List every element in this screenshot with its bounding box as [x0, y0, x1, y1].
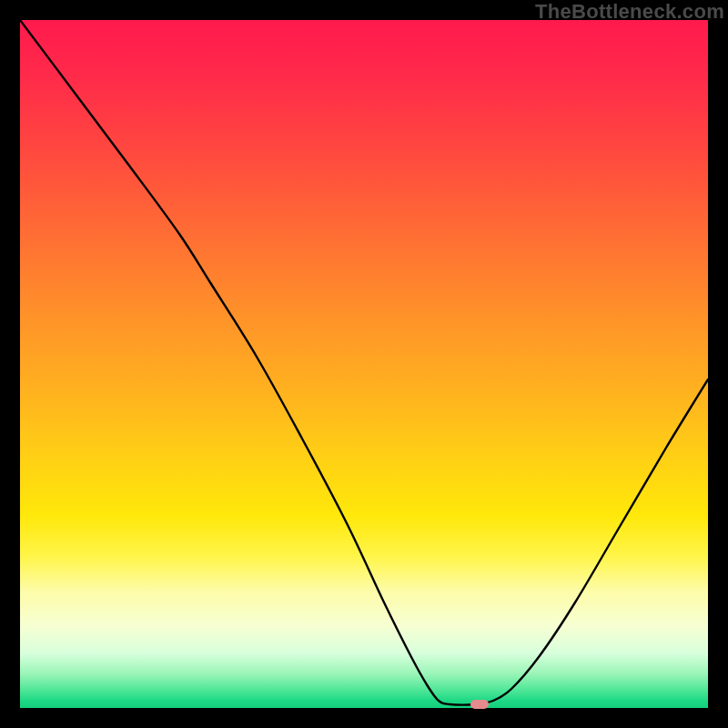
watermark-text: TheBottleneck.com — [535, 0, 724, 24]
plot-frame — [20, 20, 708, 708]
optimal-marker — [470, 700, 489, 709]
bottleneck-curve — [20, 20, 708, 708]
